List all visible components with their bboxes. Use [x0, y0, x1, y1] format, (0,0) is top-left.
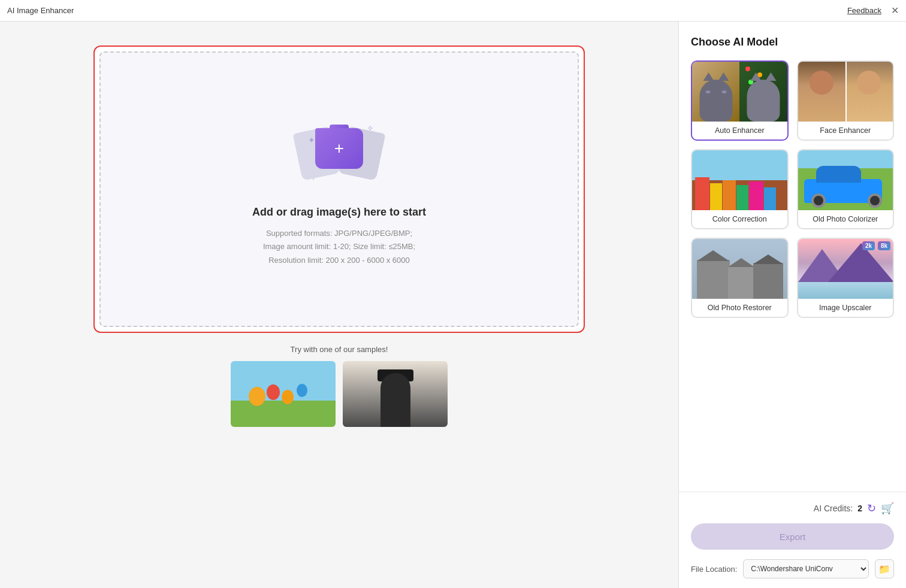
old-house-2 — [728, 266, 755, 299]
model-card-auto-enhancer[interactable]: Auto Enhancer — [691, 60, 789, 141]
face-photo-right — [845, 62, 893, 122]
model-thumb-old-photo-colorizer — [798, 150, 893, 210]
old-house-3 — [753, 263, 783, 299]
cart-button[interactable]: 🛒 — [881, 502, 894, 515]
sidebar-models: Choose AI Model — [679, 22, 906, 492]
model-label-color-correction: Color Correction — [692, 210, 787, 228]
upscaler-2k-badge: 2k — [862, 241, 875, 250]
old-house-roof-1 — [697, 250, 729, 261]
file-location-label: File Location: — [691, 565, 737, 574]
feedback-link[interactable]: Feedback — [847, 6, 881, 15]
person-silhouette — [380, 373, 410, 427]
sparkle-icon-1: ✦ — [308, 135, 315, 145]
model-label-face-enhancer: Face Enhancer — [798, 122, 893, 140]
sparkle-icon-2: ✧ — [367, 123, 374, 133]
face-circle-right — [857, 71, 881, 95]
cat-ear-right-2 — [765, 72, 776, 81]
folder-plus-icon: + — [334, 140, 344, 157]
samples-row — [93, 361, 585, 427]
titlebar: AI Image Enhancer Feedback ✕ — [0, 0, 906, 22]
model-thumb-old-photo-restorer — [692, 239, 787, 299]
sidebar-title: Choose AI Model — [691, 36, 894, 49]
sample-person[interactable] — [343, 361, 448, 427]
cat-ear-left-2 — [750, 72, 761, 81]
file-location-row: File Location: C:\Wondershare UniConv 📁 — [691, 559, 894, 578]
thumb-auto-right — [739, 62, 787, 122]
model-label-image-upscaler: Image Upscaler — [798, 299, 893, 317]
drop-zone[interactable]: + ✦ ✧ · Add or drag image(s) here to sta… — [99, 51, 579, 327]
building-green — [736, 185, 748, 210]
balloon-1 — [249, 387, 265, 406]
cat-eye-right — [721, 90, 726, 93]
refresh-credits-button[interactable]: ↻ — [867, 502, 876, 515]
old-house-roof-3 — [753, 254, 783, 264]
drop-zone-wrapper[interactable]: + ✦ ✧ · Add or drag image(s) here to sta… — [93, 46, 585, 333]
model-card-old-photo-colorizer[interactable]: Old Photo Colorizer — [797, 149, 895, 229]
models-grid: Auto Enhancer Face Enhancer — [691, 60, 894, 318]
credits-label: AI Credits: — [814, 504, 853, 513]
cat-eye-left — [705, 90, 710, 93]
face-divider — [845, 62, 847, 122]
model-thumb-image-upscaler: 2k 8k — [798, 239, 893, 299]
drop-zone-subtitle: Supported formats: JPG/PNG/JPEG/BMP; Ima… — [263, 227, 415, 266]
model-thumb-face-enhancer — [798, 62, 893, 122]
sidebar: Choose AI Model — [678, 22, 906, 588]
building-yellow — [710, 183, 722, 210]
cat-body — [699, 80, 732, 122]
model-card-face-enhancer[interactable]: Face Enhancer — [797, 60, 895, 141]
old-house-roof-2 — [728, 258, 754, 267]
sidebar-bottom: AI Credits: 2 ↻ 🛒 Export File Location: … — [679, 492, 906, 588]
file-location-browse-button[interactable]: 📁 — [875, 559, 894, 578]
upscaler-8k-badge: 8k — [878, 241, 890, 250]
xmas-light-1 — [745, 66, 750, 71]
model-card-image-upscaler[interactable]: 2k 8k Image Upscaler — [797, 238, 895, 318]
credits-row: AI Credits: 2 ↻ 🛒 — [691, 502, 894, 515]
lake — [798, 282, 893, 299]
building-red — [695, 177, 709, 210]
cat-ear-left — [703, 72, 714, 81]
cat-body-2 — [747, 80, 780, 122]
upload-folder-icon: + ✦ ✧ · — [297, 117, 381, 189]
folder-main: + — [315, 128, 363, 169]
content-area: + ✦ ✧ · Add or drag image(s) here to sta… — [0, 22, 678, 588]
titlebar-actions: Feedback ✕ — [847, 6, 899, 16]
close-button[interactable]: ✕ — [891, 6, 899, 16]
model-label-old-photo-colorizer: Old Photo Colorizer — [798, 210, 893, 228]
thumb-auto-left — [692, 62, 739, 122]
drop-zone-title: Add or drag image(s) here to start — [252, 206, 426, 219]
face-photo-left — [798, 62, 845, 122]
model-label-old-photo-restorer: Old Photo Restorer — [692, 299, 787, 317]
samples-label: Try with one of our samples! — [93, 345, 585, 354]
old-house-1 — [697, 260, 730, 299]
face-circle-left — [810, 71, 833, 95]
model-card-old-photo-restorer[interactable]: Old Photo Restorer — [691, 238, 789, 318]
balloon-4 — [297, 384, 307, 397]
export-button[interactable]: Export — [691, 523, 894, 550]
credits-value: 2 — [857, 504, 862, 513]
main-layout: + ✦ ✧ · Add or drag image(s) here to sta… — [0, 22, 906, 588]
balloon-2 — [267, 384, 280, 400]
car-wheel-left — [811, 193, 826, 208]
balloon-3 — [282, 390, 294, 404]
sparkle-icon-3: · — [312, 174, 315, 183]
car-roof — [816, 166, 861, 183]
app-title: AI Image Enhancer — [7, 6, 74, 15]
model-card-color-correction[interactable]: Color Correction — [691, 149, 789, 229]
model-thumb-color-correction — [692, 150, 787, 210]
building-pink — [749, 181, 763, 210]
cat-ear-right — [718, 72, 729, 81]
file-location-select[interactable]: C:\Wondershare UniConv — [743, 559, 869, 578]
samples-section: Try with one of our samples! — [93, 345, 585, 427]
model-label-auto-enhancer: Auto Enhancer — [692, 122, 787, 140]
car-wheel-right — [868, 193, 882, 208]
model-thumb-auto-enhancer — [692, 62, 787, 122]
building-orange — [723, 180, 736, 210]
sample-balloons[interactable] — [231, 361, 336, 427]
building-blue — [764, 187, 776, 210]
